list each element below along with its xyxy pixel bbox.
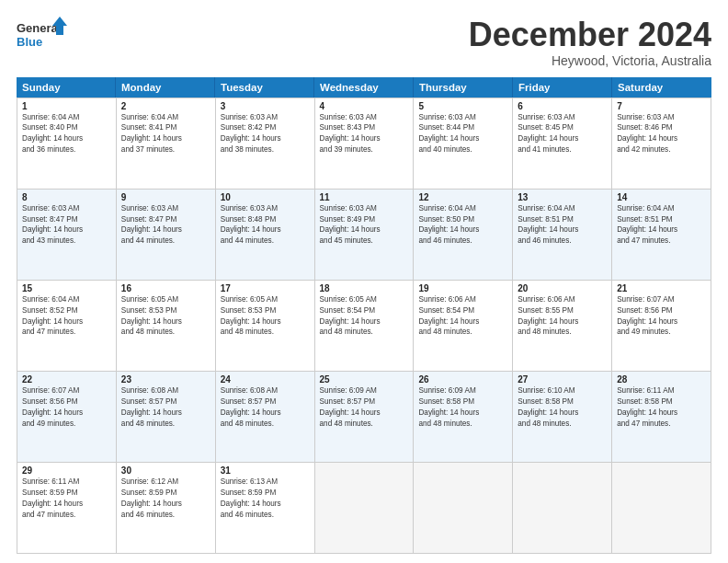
day-number: 31 (221, 465, 310, 476)
cell-info: Sunrise: 6:10 AM Sunset: 8:58 PM Dayligh… (518, 385, 607, 430)
day-number: 18 (320, 283, 409, 293)
cal-cell: 22Sunrise: 6:07 AM Sunset: 8:56 PM Dayli… (17, 372, 117, 463)
cal-cell: 24Sunrise: 6:08 AM Sunset: 8:57 PM Dayli… (216, 372, 315, 463)
cell-info: Sunrise: 6:12 AM Sunset: 8:59 PM Dayligh… (121, 477, 210, 521)
cal-cell: 31Sunrise: 6:13 AM Sunset: 8:59 PM Dayli… (216, 463, 315, 554)
page: General Blue December 2024 Heywood, Vict… (0, 0, 728, 563)
svg-text:General: General (17, 21, 61, 35)
cal-cell: 23Sunrise: 6:08 AM Sunset: 8:57 PM Dayli… (117, 372, 216, 463)
day-number: 17 (221, 283, 310, 293)
day-number: 21 (617, 283, 706, 293)
day-number: 7 (617, 101, 706, 111)
cell-info: Sunrise: 6:04 AM Sunset: 8:51 PM Dayligh… (617, 203, 706, 247)
month-title: December 2024 (469, 17, 711, 53)
header-wednesday: Wednesday (314, 77, 414, 98)
cal-cell: 30Sunrise: 6:12 AM Sunset: 8:59 PM Dayli… (117, 463, 216, 554)
cal-cell: 26Sunrise: 6:09 AM Sunset: 8:58 PM Dayli… (414, 372, 513, 463)
cal-cell: 9Sunrise: 6:03 AM Sunset: 8:47 PM Daylig… (117, 190, 216, 281)
day-number: 15 (22, 283, 111, 293)
day-number: 25 (320, 374, 409, 385)
cal-cell: 13Sunrise: 6:04 AM Sunset: 8:51 PM Dayli… (513, 190, 612, 281)
calendar-header: Sunday Monday Tuesday Wednesday Thursday… (17, 77, 711, 98)
title-block: December 2024 Heywood, Victoria, Austral… (469, 17, 711, 68)
cal-cell: 2Sunrise: 6:04 AM Sunset: 8:41 PM Daylig… (117, 98, 216, 190)
cell-info: Sunrise: 6:05 AM Sunset: 8:53 PM Dayligh… (121, 294, 210, 339)
cell-info: Sunrise: 6:07 AM Sunset: 8:56 PM Dayligh… (22, 385, 111, 430)
cal-cell: 20Sunrise: 6:06 AM Sunset: 8:55 PM Dayli… (513, 281, 612, 372)
cal-cell: 15Sunrise: 6:04 AM Sunset: 8:52 PM Dayli… (17, 281, 117, 372)
day-number: 26 (418, 374, 507, 385)
week-row-2: 8Sunrise: 6:03 AM Sunset: 8:47 PM Daylig… (17, 190, 711, 281)
day-number: 27 (518, 374, 607, 385)
cal-cell: 25Sunrise: 6:09 AM Sunset: 8:57 PM Dayli… (315, 372, 415, 463)
cal-cell: 19Sunrise: 6:06 AM Sunset: 8:54 PM Dayli… (414, 281, 513, 372)
cell-info: Sunrise: 6:04 AM Sunset: 8:40 PM Dayligh… (22, 112, 111, 156)
header: General Blue December 2024 Heywood, Vict… (17, 17, 711, 68)
cell-info: Sunrise: 6:03 AM Sunset: 8:44 PM Dayligh… (418, 112, 507, 156)
cal-cell: 11Sunrise: 6:03 AM Sunset: 8:49 PM Dayli… (315, 190, 415, 281)
cal-cell: 10Sunrise: 6:03 AM Sunset: 8:48 PM Dayli… (216, 190, 315, 281)
cal-cell: 6Sunrise: 6:03 AM Sunset: 8:45 PM Daylig… (513, 98, 612, 190)
cell-info: Sunrise: 6:08 AM Sunset: 8:57 PM Dayligh… (221, 385, 310, 430)
cell-info: Sunrise: 6:08 AM Sunset: 8:57 PM Dayligh… (121, 385, 210, 430)
cell-info: Sunrise: 6:04 AM Sunset: 8:50 PM Dayligh… (418, 203, 507, 247)
day-number: 28 (617, 374, 706, 385)
cal-cell (414, 463, 513, 554)
cal-cell (315, 463, 415, 554)
day-number: 3 (221, 101, 310, 111)
cal-cell: 21Sunrise: 6:07 AM Sunset: 8:56 PM Dayli… (612, 281, 711, 372)
header-saturday: Saturday (612, 77, 711, 98)
cal-cell: 1Sunrise: 6:04 AM Sunset: 8:40 PM Daylig… (17, 98, 117, 190)
header-friday: Friday (513, 77, 612, 98)
cal-cell: 27Sunrise: 6:10 AM Sunset: 8:58 PM Dayli… (513, 372, 612, 463)
cal-cell (513, 463, 612, 554)
day-number: 11 (320, 192, 409, 202)
calendar: Sunday Monday Tuesday Wednesday Thursday… (17, 77, 711, 554)
day-number: 2 (121, 101, 210, 111)
cell-info: Sunrise: 6:11 AM Sunset: 8:59 PM Dayligh… (22, 477, 111, 521)
header-tuesday: Tuesday (215, 77, 314, 98)
day-number: 30 (121, 465, 210, 476)
cal-cell: 16Sunrise: 6:05 AM Sunset: 8:53 PM Dayli… (117, 281, 216, 372)
header-thursday: Thursday (414, 77, 513, 98)
svg-text:Blue: Blue (17, 35, 42, 49)
cal-cell: 17Sunrise: 6:05 AM Sunset: 8:53 PM Dayli… (216, 281, 315, 372)
day-number: 16 (121, 283, 210, 293)
cal-cell: 29Sunrise: 6:11 AM Sunset: 8:59 PM Dayli… (17, 463, 117, 554)
header-sunday: Sunday (17, 77, 116, 98)
day-number: 22 (22, 374, 111, 385)
cal-cell: 4Sunrise: 6:03 AM Sunset: 8:43 PM Daylig… (315, 98, 415, 190)
cal-cell: 18Sunrise: 6:05 AM Sunset: 8:54 PM Dayli… (315, 281, 415, 372)
day-number: 19 (418, 283, 507, 293)
cal-cell: 5Sunrise: 6:03 AM Sunset: 8:44 PM Daylig… (414, 98, 513, 190)
week-row-5: 29Sunrise: 6:11 AM Sunset: 8:59 PM Dayli… (17, 463, 711, 554)
day-number: 5 (418, 101, 507, 111)
calendar-body: 1Sunrise: 6:04 AM Sunset: 8:40 PM Daylig… (17, 98, 711, 554)
cell-info: Sunrise: 6:03 AM Sunset: 8:45 PM Dayligh… (518, 112, 607, 156)
cell-info: Sunrise: 6:09 AM Sunset: 8:57 PM Dayligh… (320, 385, 409, 430)
cal-cell: 8Sunrise: 6:03 AM Sunset: 8:47 PM Daylig… (17, 190, 117, 281)
cell-info: Sunrise: 6:03 AM Sunset: 8:47 PM Dayligh… (22, 203, 111, 247)
cell-info: Sunrise: 6:04 AM Sunset: 8:51 PM Dayligh… (518, 203, 607, 247)
day-number: 13 (518, 192, 607, 202)
day-number: 14 (617, 192, 706, 202)
cell-info: Sunrise: 6:03 AM Sunset: 8:48 PM Dayligh… (221, 203, 310, 247)
cal-cell: 28Sunrise: 6:11 AM Sunset: 8:58 PM Dayli… (612, 372, 711, 463)
cell-info: Sunrise: 6:05 AM Sunset: 8:53 PM Dayligh… (221, 294, 310, 339)
cell-info: Sunrise: 6:11 AM Sunset: 8:58 PM Dayligh… (617, 385, 706, 430)
logo: General Blue (17, 17, 67, 53)
day-number: 1 (22, 101, 111, 111)
cal-cell: 12Sunrise: 6:04 AM Sunset: 8:50 PM Dayli… (414, 190, 513, 281)
day-number: 6 (518, 101, 607, 111)
cell-info: Sunrise: 6:04 AM Sunset: 8:52 PM Dayligh… (22, 294, 111, 339)
cell-info: Sunrise: 6:04 AM Sunset: 8:41 PM Dayligh… (121, 112, 210, 156)
day-number: 8 (22, 192, 111, 202)
location: Heywood, Victoria, Australia (469, 53, 711, 68)
cell-info: Sunrise: 6:05 AM Sunset: 8:54 PM Dayligh… (320, 294, 409, 339)
cal-cell: 7Sunrise: 6:03 AM Sunset: 8:46 PM Daylig… (612, 98, 711, 190)
week-row-4: 22Sunrise: 6:07 AM Sunset: 8:56 PM Dayli… (17, 372, 711, 463)
cell-info: Sunrise: 6:06 AM Sunset: 8:55 PM Dayligh… (518, 294, 607, 339)
header-monday: Monday (116, 77, 215, 98)
day-number: 12 (418, 192, 507, 202)
cell-info: Sunrise: 6:06 AM Sunset: 8:54 PM Dayligh… (418, 294, 507, 339)
